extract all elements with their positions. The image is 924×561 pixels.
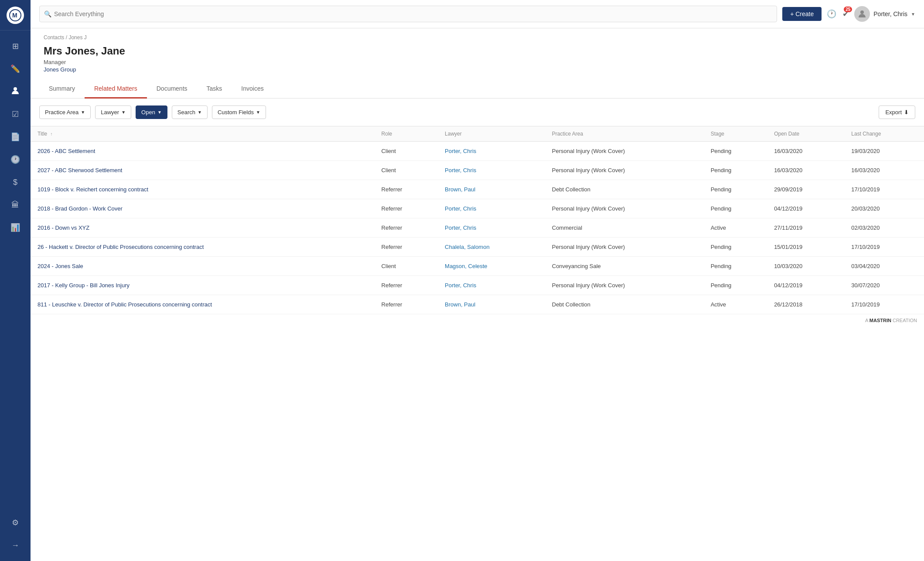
lawyer-filter[interactable]: Lawyer ▼: [95, 105, 131, 119]
cell-stage-0: Pending: [704, 142, 767, 161]
sidebar-item-reports[interactable]: 📊: [0, 216, 31, 239]
custom-fields-filter[interactable]: Custom Fields ▼: [212, 105, 266, 119]
cell-title-1: 2027 - ABC Sherwood Settlement: [31, 161, 375, 180]
tab-related-matters[interactable]: Related Matters: [85, 80, 147, 99]
matter-link-1[interactable]: 2027 - ABC Sherwood Settlement: [38, 167, 122, 173]
table-row: 811 - Leuschke v. Director of Public Pro…: [31, 295, 924, 314]
lawyer-link-1[interactable]: Porter, Chris: [445, 167, 476, 173]
col-lawyer: Lawyer: [438, 126, 545, 142]
matter-link-6[interactable]: 2024 - Jones Sale: [38, 263, 83, 269]
lawyer-link-2[interactable]: Brown, Paul: [445, 186, 475, 193]
user-name: Porter, Chris: [873, 10, 907, 17]
sidebar-item-court[interactable]: 🏛: [0, 194, 31, 216]
cell-role-5: Referrer: [375, 238, 438, 257]
practice-area-filter[interactable]: Practice Area ▼: [39, 105, 91, 119]
col-open-date: Open Date: [767, 126, 844, 142]
cell-stage-1: Pending: [704, 161, 767, 180]
cell-last-change-2: 17/10/2019: [844, 180, 924, 199]
svg-point-3: [860, 10, 864, 14]
open-filter[interactable]: Open ▼: [136, 105, 167, 119]
cell-title-5: 26 - Hackett v. Director of Public Prose…: [31, 238, 375, 257]
tab-tasks[interactable]: Tasks: [197, 80, 232, 99]
cell-stage-2: Pending: [704, 180, 767, 199]
matter-link-8[interactable]: 811 - Leuschke v. Director of Public Pro…: [38, 301, 212, 308]
filter-bar: Practice Area ▼ Lawyer ▼ Open ▼ Search ▼…: [31, 99, 924, 126]
sidebar-item-contacts[interactable]: [0, 80, 31, 103]
matter-link-5[interactable]: 26 - Hackett v. Director of Public Prose…: [38, 244, 204, 250]
cell-stage-3: Pending: [704, 199, 767, 218]
history-icon[interactable]: 🕐: [827, 9, 836, 19]
export-label: Export: [885, 109, 902, 116]
export-button[interactable]: Export ⬇: [879, 105, 915, 119]
sidebar-item-checklist[interactable]: ☑: [0, 103, 31, 126]
user-menu[interactable]: Porter, Chris ▼: [854, 6, 915, 22]
contact-company[interactable]: Jones Group: [44, 66, 911, 73]
create-button[interactable]: + Create: [782, 7, 822, 21]
cell-last-change-3: 20/03/2020: [844, 199, 924, 218]
table-row: 2018 - Brad Gordon - Work Cover Referrer…: [31, 199, 924, 218]
cell-stage-8: Active: [704, 295, 767, 314]
lawyer-link-6[interactable]: Magson, Celeste: [445, 263, 488, 269]
matter-link-4[interactable]: 2016 - Down vs XYZ: [38, 224, 89, 231]
contact-name: Mrs Jones, Jane: [44, 45, 911, 57]
checklist-icon: ☑: [12, 109, 19, 119]
tasks-badge-wrap[interactable]: ✔ 25: [842, 9, 849, 19]
sidebar-item-time[interactable]: 🕐: [0, 148, 31, 171]
matter-link-0[interactable]: 2026 - ABC Settlement: [38, 148, 95, 154]
cell-lawyer-7: Porter, Chris: [438, 276, 545, 295]
lawyer-link-0[interactable]: Porter, Chris: [445, 148, 476, 154]
cell-last-change-1: 16/03/2020: [844, 161, 924, 180]
cell-role-0: Client: [375, 142, 438, 161]
cell-last-change-4: 02/03/2020: [844, 218, 924, 238]
lawyer-link-7[interactable]: Porter, Chris: [445, 282, 476, 289]
sidebar-bottom: ⚙ →: [11, 511, 19, 561]
tasks-badge: 25: [844, 7, 852, 12]
sidebar-logo: M: [0, 0, 31, 31]
search-icon: 🔍: [44, 10, 51, 17]
cell-role-6: Client: [375, 257, 438, 276]
tab-summary[interactable]: Summary: [39, 80, 85, 99]
cell-lawyer-6: Magson, Celeste: [438, 257, 545, 276]
clock-icon: 🕐: [10, 155, 20, 164]
lawyer-link-3[interactable]: Porter, Chris: [445, 205, 476, 212]
cell-lawyer-5: Chalela, Salomon: [438, 238, 545, 257]
sidebar-item-billing[interactable]: $: [0, 171, 31, 194]
cell-practice-area-6: Conveyancing Sale: [545, 257, 704, 276]
cell-open-date-7: 04/12/2019: [767, 276, 844, 295]
tab-documents[interactable]: Documents: [147, 80, 197, 99]
download-icon: ⬇: [904, 109, 909, 116]
search-input[interactable]: [54, 10, 772, 17]
open-label: Open: [141, 109, 155, 116]
sidebar-item-logout[interactable]: →: [11, 534, 19, 557]
cell-stage-4: Active: [704, 218, 767, 238]
lawyer-link-4[interactable]: Porter, Chris: [445, 224, 476, 231]
lawyer-link-8[interactable]: Brown, Paul: [445, 301, 475, 308]
col-role: Role: [375, 126, 438, 142]
table-row: 26 - Hackett v. Director of Public Prose…: [31, 238, 924, 257]
cell-stage-6: Pending: [704, 257, 767, 276]
tab-invoices[interactable]: Invoices: [232, 80, 273, 99]
matter-link-3[interactable]: 2018 - Brad Gordon - Work Cover: [38, 205, 123, 212]
cell-lawyer-4: Porter, Chris: [438, 218, 545, 238]
cell-open-date-4: 27/11/2019: [767, 218, 844, 238]
sidebar-item-settings[interactable]: ⚙: [11, 511, 19, 534]
sidebar-item-documents[interactable]: 📄: [0, 126, 31, 148]
cell-open-date-8: 26/12/2018: [767, 295, 844, 314]
table-row: 2016 - Down vs XYZ Referrer Porter, Chri…: [31, 218, 924, 238]
col-title[interactable]: Title ↑: [31, 126, 375, 142]
cell-practice-area-0: Personal Injury (Work Cover): [545, 142, 704, 161]
sidebar-item-tasks[interactable]: ✏️: [0, 58, 31, 80]
gear-icon: ⚙: [12, 518, 19, 527]
sidebar-item-dashboard[interactable]: ⊞: [0, 35, 31, 58]
breadcrumb: Contacts / Jones J: [31, 28, 924, 43]
breadcrumb-parent[interactable]: Contacts: [44, 34, 64, 41]
search-filter[interactable]: Search ▼: [172, 105, 208, 119]
cell-open-date-2: 29/09/2019: [767, 180, 844, 199]
lawyer-caret: ▼: [121, 110, 126, 115]
document-icon: 📄: [10, 132, 20, 142]
chart-icon: 📊: [10, 223, 20, 232]
lawyer-link-5[interactable]: Chalela, Salomon: [445, 244, 490, 250]
matter-link-7[interactable]: 2017 - Kelly Group - Bill Jones Injury: [38, 282, 130, 289]
cell-open-date-3: 04/12/2019: [767, 199, 844, 218]
matter-link-2[interactable]: 1019 - Block v. Reichert concerning cont…: [38, 186, 148, 193]
